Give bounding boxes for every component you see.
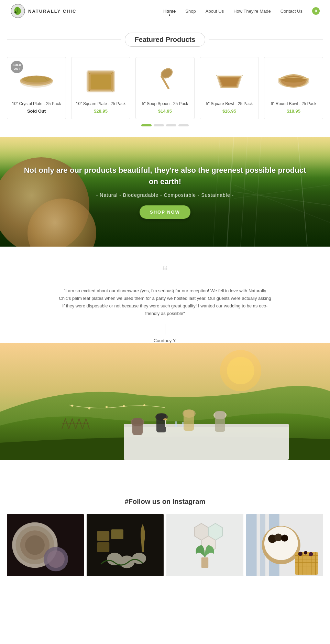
carousel-dot-3[interactable] [166, 124, 176, 126]
testimonial-divider [165, 324, 165, 335]
outdoor-bg [0, 343, 330, 460]
logo[interactable]: NATURALLY CHIC [10, 3, 76, 19]
svg-rect-35 [215, 411, 225, 432]
svg-point-25 [227, 357, 254, 384]
svg-point-89 [309, 552, 313, 556]
svg-point-44 [143, 404, 145, 406]
spacer [0, 460, 330, 487]
product-card[interactable]: 10" Square Plate - 25 Pack $28.95 [71, 57, 130, 119]
instagram-photo-4[interactable] [246, 514, 323, 576]
svg-rect-31 [156, 414, 166, 432]
svg-rect-38 [175, 421, 177, 427]
instagram-photo-2[interactable] [87, 514, 164, 576]
svg-point-37 [163, 418, 167, 420]
main-nav: Home Shop About Us How They're Made Cont… [163, 7, 320, 15]
product-price: $14.95 [158, 109, 172, 114]
product-card[interactable]: 5" Soup Spoon - 25 Pack $14.95 [135, 57, 195, 119]
products-row: SOLD OUT 10" Crystal Plate - 25 Pack Sol… [7, 57, 323, 119]
featured-title: Featured Products [125, 33, 206, 47]
header: NATURALLY CHIC Home Shop About Us How Th… [0, 0, 330, 22]
product-name: 10" Crystal Plate - 25 Pack [12, 101, 61, 107]
quote-icon: “ [28, 264, 302, 280]
svg-point-6 [23, 76, 51, 82]
svg-rect-33 [184, 410, 194, 431]
product-name: 5" Soup Spoon - 25 Pack [142, 101, 188, 107]
product-square-plate-image [82, 66, 120, 94]
nav-home[interactable]: Home [163, 9, 176, 14]
hero-banner: Not only are our products beautiful, the… [0, 137, 330, 247]
svg-rect-10 [91, 74, 111, 89]
featured-section: Featured Products SOLD OUT 10" Crystal P… [0, 22, 330, 137]
svg-point-2 [14, 11, 16, 13]
product-price: $28.95 [94, 109, 108, 114]
product-image [139, 63, 191, 97]
svg-rect-52 [7, 514, 84, 576]
insta-svg-1 [7, 514, 84, 576]
product-image [204, 63, 255, 97]
product-square-bowl-image [210, 66, 248, 94]
product-card[interactable]: 6" Round Bowl - 25 Pack $18.95 [264, 57, 323, 119]
svg-rect-39 [182, 422, 184, 427]
shop-now-button[interactable]: SHOP NOW [140, 205, 190, 219]
product-image [268, 63, 319, 97]
testimonial-author: Courtney Y. [28, 338, 302, 343]
carousel-dot-1[interactable] [141, 124, 152, 126]
svg-point-87 [298, 552, 302, 556]
svg-rect-26 [124, 424, 289, 460]
outdoor-section [0, 343, 330, 460]
nav-about[interactable]: About Us [206, 9, 224, 14]
testimonial-section: “ "I am so excited about our dinnerware … [0, 247, 330, 343]
product-crystal-plate-image [18, 69, 55, 91]
svg-point-15 [282, 76, 306, 82]
svg-rect-69 [246, 514, 257, 576]
instagram-photo-1[interactable] [7, 514, 84, 576]
svg-point-73 [264, 527, 298, 560]
svg-rect-66 [166, 514, 243, 576]
product-price: $18.95 [287, 109, 300, 114]
hero-subtitle: - Natural - Biodegradable - Compostable … [21, 192, 309, 198]
instagram-section: #Follow us on Instagram [0, 487, 330, 576]
insta-svg-3 [166, 514, 243, 576]
logo-icon [10, 3, 25, 19]
featured-line-right [209, 39, 323, 40]
insta-svg-4 [246, 514, 323, 576]
svg-rect-36 [165, 420, 166, 427]
featured-line-left [7, 39, 121, 40]
product-name: 5" Square Bowl - 25 Pack [206, 101, 253, 107]
brand-name: NATURALLY CHIC [28, 9, 76, 14]
nav-shop[interactable]: Shop [185, 9, 196, 14]
instagram-grid [7, 514, 323, 576]
product-sold-out: Sold Out [27, 109, 46, 114]
hero-content: Not only are our products beautiful, the… [0, 158, 330, 226]
insta-svg-2 [87, 514, 164, 576]
svg-point-42 [106, 406, 108, 408]
nav-contact[interactable]: Contact Us [280, 9, 302, 14]
svg-point-43 [123, 405, 125, 407]
sold-out-badge: SOLD OUT [11, 61, 23, 73]
svg-point-40 [71, 405, 73, 407]
svg-point-41 [88, 407, 90, 409]
cart-icon[interactable]: 0 [312, 7, 320, 15]
product-name: 10" Square Plate - 25 Pack [76, 101, 125, 107]
carousel-dot-4[interactable] [178, 124, 189, 126]
instagram-title: #Follow us on Instagram [7, 498, 323, 506]
svg-point-75 [274, 534, 282, 541]
product-card[interactable]: 5" Square Bowl - 25 Pack $16.95 [200, 57, 259, 119]
product-card[interactable]: SOLD OUT 10" Crystal Plate - 25 Pack Sol… [7, 57, 66, 119]
svg-rect-27 [124, 424, 289, 427]
product-image [75, 63, 126, 97]
featured-title-wrapper: Featured Products [7, 33, 323, 47]
outdoor-scene-svg [0, 343, 330, 460]
testimonial-quote: "I am so excited about our dinnerware (y… [58, 287, 272, 317]
nav-how-made[interactable]: How They're Made [233, 9, 271, 14]
instagram-photo-3[interactable] [166, 514, 243, 576]
svg-point-88 [304, 551, 307, 554]
svg-point-76 [281, 535, 288, 542]
product-spoon-image [146, 66, 184, 94]
product-round-bowl-image [275, 66, 312, 94]
svg-rect-29 [132, 418, 143, 435]
product-price: $16.95 [222, 109, 236, 114]
product-name: 6" Round Bowl - 25 Pack [271, 101, 317, 107]
carousel-dot-2[interactable] [154, 124, 164, 126]
carousel-dots [7, 119, 323, 130]
